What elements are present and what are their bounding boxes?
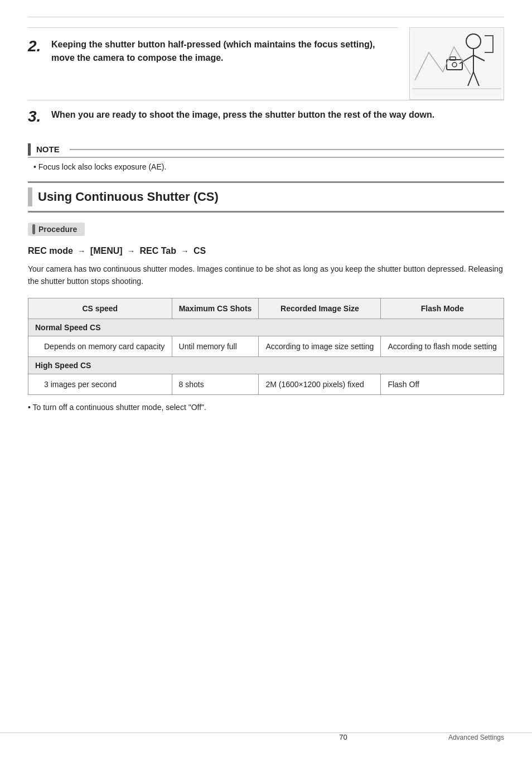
step2-text: Keeping the shutter button half-pressed …: [51, 38, 398, 65]
arrow2: →: [127, 247, 135, 255]
col-header-image-size: Recorded Image Size: [259, 298, 381, 319]
step3-block: 3. When you are ready to shoot the image…: [28, 100, 504, 133]
high-speed-label: High Speed CS: [28, 356, 504, 374]
procedure-label: Procedure: [38, 225, 77, 234]
normal-speed-data-row: Depends on memory card capacity Until me…: [28, 336, 504, 356]
high-speed-flash: Flash Off: [381, 374, 504, 394]
section-title-accent: [28, 187, 32, 206]
rec-mode-line: REC mode → [MENU] → REC Tab → CS: [28, 246, 504, 256]
note-section: NOTE • Focus lock also locks exposure (A…: [28, 143, 504, 171]
note-header: NOTE: [28, 143, 504, 158]
normal-speed-flash: According to flash mode setting: [381, 336, 504, 356]
cs-table: CS speed Maximum CS Shots Recorded Image…: [28, 298, 504, 395]
section-title-bar: Using Continuous Shutter (CS): [28, 181, 504, 213]
cs-text: CS: [194, 246, 206, 255]
arrow3: →: [181, 247, 188, 255]
procedure-badge: Procedure: [28, 223, 85, 236]
normal-speed-cs-row: Normal Speed CS: [28, 319, 504, 336]
step2-number: 2.: [28, 38, 45, 55]
note-label: NOTE: [36, 144, 60, 154]
step3-text: When you are ready to shoot the image, p…: [51, 108, 504, 122]
step3-number: 3.: [28, 108, 45, 126]
arrow1: →: [78, 247, 85, 255]
normal-speed-image-size: According to image size setting: [259, 336, 381, 356]
high-speed-cs-row: High Speed CS: [28, 356, 504, 374]
normal-speed-label: Normal Speed CS: [28, 319, 504, 336]
high-speed-shots: 8 shots: [172, 374, 259, 394]
page-footer: 70 Advanced Settings: [0, 732, 532, 741]
col-header-flash: Flash Mode: [381, 298, 504, 319]
footer-note: • To turn off a continuous shutter mode,…: [28, 403, 504, 412]
camera-illustration: [409, 27, 504, 100]
high-speed-image-size: 2M (1600×1200 pixels) fixed: [259, 374, 381, 394]
col-header-speed: CS speed: [28, 298, 172, 319]
procedure-badge-bar: [32, 224, 35, 234]
high-speed-data-row: 3 images per second 8 shots 2M (1600×120…: [28, 374, 504, 394]
description: Your camera has two continuous shutter m…: [28, 263, 504, 288]
rec-mode-text: REC mode: [28, 246, 73, 255]
page-label: Advanced Settings: [448, 734, 504, 741]
page: 2. Keeping the shutter button half-press…: [0, 0, 532, 757]
note-bar-accent: [28, 143, 31, 156]
section-title: Using Continuous Shutter (CS): [38, 190, 219, 204]
col-header-shots: Maximum CS Shots: [172, 298, 259, 319]
normal-speed-speed: Depends on memory card capacity: [28, 336, 172, 356]
high-speed-speed: 3 images per second: [28, 374, 172, 394]
rec-tab-text: REC Tab: [139, 246, 176, 255]
step2-block: 2. Keeping the shutter button half-press…: [28, 17, 504, 100]
normal-speed-shots: Until memory full: [172, 336, 259, 356]
note-bullet: • Focus lock also locks exposure (AE).: [33, 162, 504, 171]
page-number: 70: [238, 733, 448, 741]
menu-text: [MENU]: [90, 246, 123, 255]
